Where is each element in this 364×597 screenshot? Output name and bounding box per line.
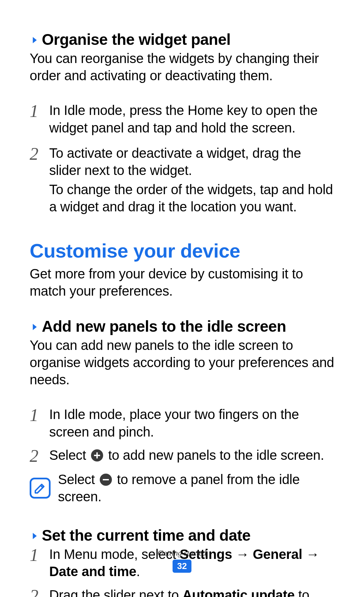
note-row: Select to remove a panel from the idle s… <box>30 471 334 505</box>
step-text: In Idle mode, press the Home key to open… <box>49 102 334 138</box>
page-footer: Getting started 32 <box>0 548 364 573</box>
intro-paragraph: Get more from your device by customising… <box>30 265 334 300</box>
chevron-right-icon <box>30 317 39 335</box>
step-row: 2 Drag the slider next to Automatic upda… <box>30 587 334 597</box>
step-paragraph: To activate or deactivate a widget, drag… <box>49 145 334 179</box>
text-fragment: Drag the slider next to <box>49 588 182 597</box>
step-number: 1 <box>30 102 49 120</box>
subheading-text: Organise the widget panel <box>42 31 231 48</box>
manual-page: Organise the widget panel You can reorga… <box>0 0 364 597</box>
plus-circle-icon <box>91 449 103 461</box>
step-number: 1 <box>30 406 49 424</box>
section-title-customise: Customise your device <box>30 239 334 262</box>
subheading-set-time-date: Set the current time and date <box>30 526 334 544</box>
step-row: 1 In Idle mode, place your two fingers o… <box>30 406 334 440</box>
step-row: 1 In Idle mode, press the Home key to op… <box>30 102 334 138</box>
step-text: Drag the slider next to Automatic update… <box>49 587 334 597</box>
subheading-organise-widget-panel: Organise the widget panel <box>30 30 334 49</box>
footer-chapter-label: Getting started <box>0 548 364 558</box>
chevron-right-icon <box>30 30 39 49</box>
step-paragraph: To change the order of the widgets, tap … <box>49 181 334 215</box>
step-text: Select to add new panels to the idle scr… <box>49 447 334 464</box>
note-icon <box>30 478 51 499</box>
note-text: Select to remove a panel from the idle s… <box>58 471 334 505</box>
step-number: 2 <box>30 447 49 465</box>
step-text: To activate or deactivate a widget, drag… <box>49 145 334 218</box>
step-row: 2 Select to add new panels to the idle s… <box>30 447 334 465</box>
text-fragment: to add new panels to the idle screen. <box>108 448 324 462</box>
minus-circle-icon <box>100 474 112 486</box>
page-number-badge: 32 <box>173 560 192 573</box>
bold-automatic-update: Automatic update <box>182 588 295 597</box>
text-fragment: Select <box>58 472 98 487</box>
step-row: 2 To activate or deactivate a widget, dr… <box>30 145 334 218</box>
subheading-text: Add new panels to the idle screen <box>42 318 286 335</box>
text-fragment: Select <box>49 448 90 462</box>
chevron-right-icon <box>30 526 39 544</box>
step-text: In Idle mode, place your two fingers on … <box>49 406 334 440</box>
step-paragraph: In Idle mode, press the Home key to open… <box>49 102 334 136</box>
subheading-add-panels: Add new panels to the idle screen <box>30 317 334 335</box>
step-number: 2 <box>30 587 49 597</box>
intro-paragraph: You can reorganise the widgets by changi… <box>30 50 334 84</box>
subheading-text: Set the current time and date <box>42 527 250 544</box>
step-number: 2 <box>30 145 49 163</box>
intro-paragraph: You can add new panels to the idle scree… <box>30 337 334 389</box>
